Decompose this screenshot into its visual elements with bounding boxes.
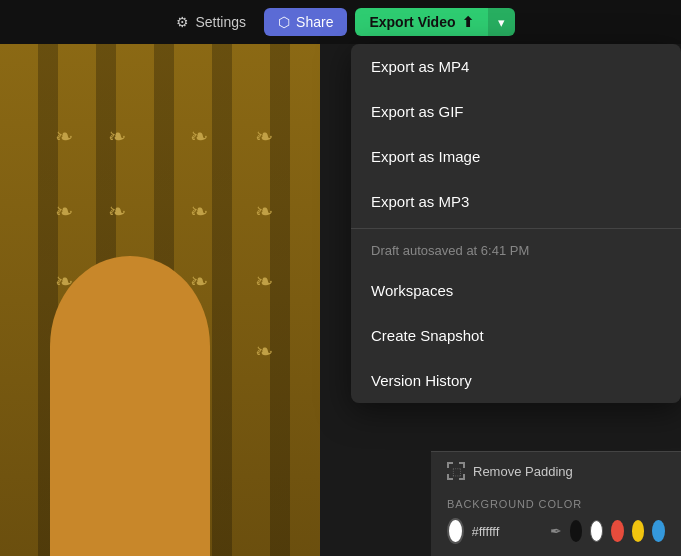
canvas-preview: ❧ ❧ ❧ ❧ ❧ ❧ ❧ ❧ ❧ ❧ ❧ ❧ ❧ ❧ ❧ ❧ ❧: [0, 44, 320, 556]
palette-black[interactable]: [570, 520, 583, 542]
share-label: Share: [296, 14, 333, 30]
eyedropper-icon[interactable]: ✒: [550, 523, 562, 539]
share-button[interactable]: ⬡ Share: [264, 8, 347, 36]
fleur-decoration: ❧: [55, 124, 73, 150]
person-silhouette: [50, 256, 210, 556]
main-area: ❧ ❧ ❧ ❧ ❧ ❧ ❧ ❧ ❧ ❧ ❧ ❧ ❧ ❧ ❧ ❧ ❧ 80p Ex…: [0, 44, 681, 556]
divider: [351, 228, 681, 229]
export-video-label: Export Video: [369, 14, 455, 30]
export-video-button[interactable]: Export Video ⬆: [355, 8, 487, 36]
remove-padding-icon: ⬚: [447, 462, 465, 480]
right-panel-bottom: ⬚ Remove Padding BACKGROUND COLOR ✒: [431, 451, 681, 556]
color-hex-input[interactable]: [472, 524, 542, 539]
gear-icon: ⚙: [176, 14, 189, 30]
fleur-decoration: ❧: [255, 269, 273, 295]
palette-yellow[interactable]: [632, 520, 645, 542]
workspaces-item[interactable]: Workspaces: [351, 268, 681, 313]
fleur-decoration: ❧: [190, 124, 208, 150]
draft-saved-text: Draft autosaved at 6:41 PM: [351, 233, 681, 268]
bg-color-section: BACKGROUND COLOR ✒: [431, 490, 681, 556]
fleur-decoration: ❧: [108, 124, 126, 150]
fleur-decoration: ❧: [255, 124, 273, 150]
fleur-decoration: ❧: [255, 339, 273, 365]
fleur-decoration: ❧: [255, 199, 273, 225]
export-gif-item[interactable]: Export as GIF: [351, 89, 681, 134]
upload-icon: ⬆: [462, 14, 474, 30]
export-image-item[interactable]: Export as Image: [351, 134, 681, 179]
palette-blue[interactable]: [652, 520, 665, 542]
dropdown-menu: Export as MP4 Export as GIF Export as Im…: [351, 44, 681, 403]
color-row: ✒: [447, 518, 665, 544]
color-preview-swatch[interactable]: [447, 518, 464, 544]
export-mp4-item[interactable]: Export as MP4: [351, 44, 681, 89]
version-history-item[interactable]: Version History: [351, 358, 681, 403]
fleur-decoration: ❧: [190, 199, 208, 225]
bg-color-label: BACKGROUND COLOR: [447, 498, 665, 510]
export-mp3-item[interactable]: Export as MP3: [351, 179, 681, 224]
export-video-group: Export Video ⬆ ▾: [355, 8, 514, 36]
top-bar: ⚙ Settings ⬡ Share Export Video ⬆ ▾: [0, 0, 681, 44]
chevron-down-icon: ▾: [498, 15, 505, 30]
remove-padding-label: Remove Padding: [473, 464, 573, 479]
create-snapshot-item[interactable]: Create Snapshot: [351, 313, 681, 358]
remove-padding-row[interactable]: ⬚ Remove Padding: [431, 451, 681, 490]
fleur-decoration: ❧: [55, 199, 73, 225]
palette-white[interactable]: [590, 520, 603, 542]
settings-label: Settings: [195, 14, 246, 30]
palette-red[interactable]: [611, 520, 624, 542]
export-video-dropdown-button[interactable]: ▾: [488, 8, 515, 36]
fleur-decoration: ❧: [108, 199, 126, 225]
share-icon: ⬡: [278, 14, 290, 30]
settings-button[interactable]: ⚙ Settings: [166, 8, 256, 36]
